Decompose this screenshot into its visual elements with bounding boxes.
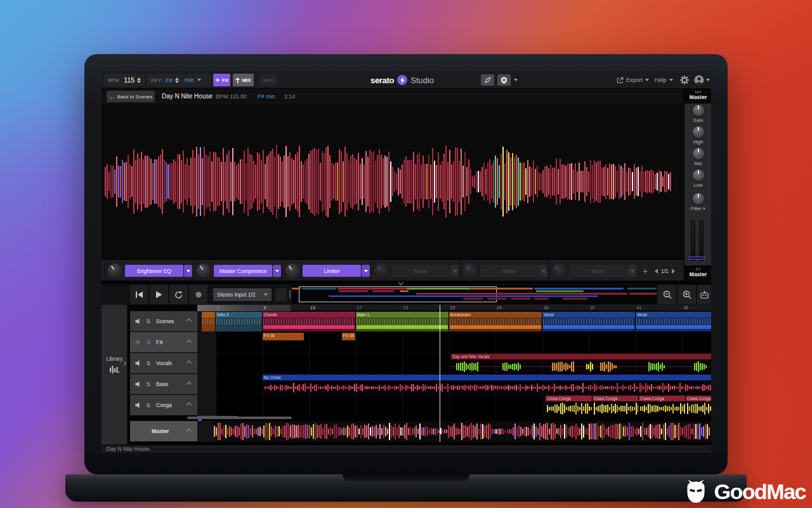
high-knob[interactable]: [693, 126, 704, 138]
audio-input-select[interactable]: Stereo Input 1/2: [213, 288, 272, 301]
fx-select-button[interactable]: None: [569, 265, 627, 277]
skip-to-start-button[interactable]: [130, 285, 149, 304]
track-header-conga[interactable]: SConga: [130, 395, 197, 415]
scene-clip[interactable]: [202, 312, 215, 331]
fx-dropdown-button[interactable]: [362, 265, 370, 277]
collapse-chevron-icon[interactable]: [187, 319, 192, 324]
solo-button[interactable]: S: [147, 381, 150, 387]
scene-clip[interactable]: Intro 3: [216, 312, 262, 331]
fx-select-button[interactable]: Brightener EQ: [125, 265, 183, 277]
bpm-control[interactable]: BPM 115: [104, 74, 145, 86]
mixer-knob-low[interactable]: Low: [684, 170, 711, 191]
gain-knob[interactable]: [693, 105, 704, 116]
conga-clip[interactable]: Cowa Conga: [686, 396, 711, 415]
export-menu[interactable]: Export: [617, 71, 649, 89]
bpm-stepper[interactable]: [137, 77, 141, 83]
input-monitor-button[interactable]: [275, 288, 287, 301]
scene-clip[interactable]: Main 1: [356, 312, 449, 331]
autopilot-button[interactable]: [697, 285, 711, 304]
mixer-knob-mid[interactable]: Mid: [684, 148, 711, 170]
collapse-chevron-icon[interactable]: [187, 403, 192, 408]
master-volume-fader[interactable]: [689, 257, 705, 260]
fx-select-button[interactable]: None: [391, 265, 450, 277]
fx-automation-clip[interactable]: FX 08: [263, 333, 304, 340]
bpm-value[interactable]: 115: [124, 76, 134, 84]
mute-speaker-icon[interactable]: [135, 339, 141, 345]
mixer-knob-high[interactable]: High: [684, 126, 711, 148]
solo-button[interactable]: S: [147, 339, 150, 345]
fx-dropdown-button[interactable]: [273, 265, 281, 277]
page-prev-icon[interactable]: [655, 269, 658, 274]
library-expand-icon[interactable]: [122, 361, 126, 366]
low-knob[interactable]: [693, 170, 704, 181]
help-menu[interactable]: Help: [655, 71, 673, 89]
scene-clip[interactable]: Breakdown: [449, 312, 542, 331]
shield-button[interactable]: [497, 74, 511, 86]
filter-knob[interactable]: [693, 193, 704, 204]
horizontal-scrollbar[interactable]: [187, 417, 292, 419]
fx-select-button[interactable]: Limiter: [303, 265, 361, 277]
loop-button[interactable]: [169, 285, 188, 304]
collapse-chevron-icon[interactable]: [187, 429, 192, 434]
page-next-icon[interactable]: [672, 269, 675, 274]
timeline-ruler[interactable]: 59131721252933374145: [197, 305, 711, 311]
collapse-chevron-icon[interactable]: [187, 361, 192, 366]
key-control[interactable]: KEY F# min: [147, 74, 211, 86]
fx-master-tab[interactable]: FX Master: [684, 265, 711, 281]
fx-knob[interactable]: [285, 264, 299, 277]
panel-collapse-handle[interactable]: [399, 281, 405, 284]
scene-clip[interactable]: Verse: [542, 312, 635, 331]
fx-automation-clip[interactable]: FX 08: [342, 333, 355, 340]
mix-panel-button[interactable]: MIX: [233, 74, 254, 86]
settings-button[interactable]: [680, 76, 689, 84]
track-header-master[interactable]: Master: [130, 421, 197, 441]
key-stepper[interactable]: [175, 77, 179, 83]
fx-select-button[interactable]: None: [480, 265, 539, 277]
mixer-knob-gain[interactable]: Gain: [684, 105, 711, 126]
add-fx-button[interactable]: +: [639, 265, 651, 277]
song-overview-minimap[interactable]: [292, 285, 657, 304]
scene-clip[interactable]: Chords: [263, 312, 355, 331]
loop-region-highlight[interactable]: [197, 305, 291, 311]
solo-button[interactable]: S: [147, 318, 150, 324]
conga-clip[interactable]: Cowa Conga: [593, 396, 639, 415]
track-header-bass[interactable]: SBass: [130, 374, 197, 394]
collapse-chevron-icon[interactable]: [187, 382, 192, 387]
track-header-vocals[interactable]: SVocals: [130, 353, 197, 373]
fx-dropdown-button[interactable]: [184, 265, 192, 277]
arrangement-timeline[interactable]: 59131721252933374145 Intro 3ChordsMain 1…: [197, 305, 711, 444]
mix-master-tab[interactable]: MIX Master: [684, 89, 711, 104]
fx-panel-button[interactable]: FX: [213, 74, 230, 86]
midi-panel-button[interactable]: MIDI: [259, 74, 278, 86]
fx-dropdown-button[interactable]: [450, 265, 459, 277]
shield-dropdown-caret[interactable]: [514, 79, 518, 81]
zoom-out-button[interactable]: [658, 285, 677, 304]
library-panel[interactable]: Library: [102, 305, 128, 444]
mute-speaker-icon[interactable]: [135, 381, 141, 387]
key-mode-value[interactable]: min: [185, 77, 194, 83]
conga-clip[interactable]: Cowa Conga: [639, 396, 685, 415]
conga-clip[interactable]: Cowa Conga: [546, 396, 592, 415]
solo-button[interactable]: S: [147, 360, 150, 366]
zoom-in-button[interactable]: [678, 285, 697, 304]
track-header-scenes[interactable]: SScenes: [130, 311, 197, 331]
filter-knob-group[interactable]: Filter: [684, 193, 711, 211]
fx-select-button[interactable]: Master Compressor: [214, 265, 272, 277]
scene-clip[interactable]: Verse: [636, 312, 711, 331]
collapse-chevron-icon[interactable]: [187, 340, 192, 345]
key-value[interactable]: F#: [166, 77, 173, 84]
play-button[interactable]: [150, 285, 169, 304]
mid-knob[interactable]: [693, 148, 704, 159]
mute-speaker-icon[interactable]: [135, 402, 141, 408]
fx-knob[interactable]: [108, 264, 122, 277]
account-menu[interactable]: [694, 75, 710, 85]
vocal-clip[interactable]: Day and Nite Vocals: [451, 354, 711, 373]
back-to-scenes-button[interactable]: ← Back to Scenes: [107, 91, 155, 102]
bass-clip[interactable]: No Crime: [263, 375, 711, 394]
mute-speaker-icon[interactable]: [135, 360, 141, 366]
track-header-fx[interactable]: SFX: [130, 332, 197, 352]
pen-tool-button[interactable]: [481, 74, 494, 86]
fx-knob[interactable]: [197, 264, 211, 277]
solo-button[interactable]: S: [147, 402, 150, 408]
record-button[interactable]: [189, 285, 208, 304]
